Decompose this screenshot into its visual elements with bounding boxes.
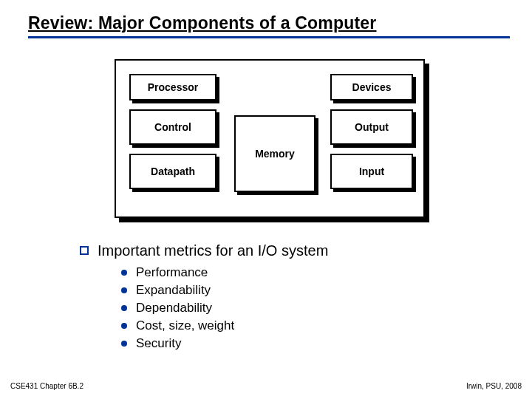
sub-bullet-text: Performance xyxy=(136,265,208,280)
memory-box: Memory xyxy=(234,115,316,192)
footer-right: Irwin, PSU, 2008 xyxy=(466,382,522,390)
disc-bullet-icon xyxy=(121,323,127,329)
sub-bullet-text: Expandability xyxy=(136,283,211,298)
sub-bullet-text: Security xyxy=(136,336,181,351)
components-diagram: Processor Control Datapath Memory Device… xyxy=(115,59,425,218)
square-bullet-icon xyxy=(80,246,89,255)
input-box: Input xyxy=(330,154,413,189)
disc-bullet-icon xyxy=(121,287,127,293)
bullet-section: Important metrics for an I/O system Perf… xyxy=(80,242,464,354)
footer-left: CSE431 Chapter 6B.2 xyxy=(10,382,83,390)
slide-title: Review: Major Components of a Computer xyxy=(28,13,510,38)
devices-header-box: Devices xyxy=(330,74,413,100)
disc-bullet-icon xyxy=(121,341,127,347)
control-box: Control xyxy=(129,109,216,145)
list-item: Dependability xyxy=(121,301,464,316)
main-bullet-text: Important metrics for an I/O system xyxy=(98,242,328,259)
sub-bullet-text: Dependability xyxy=(136,301,212,316)
list-item: Security xyxy=(121,336,464,351)
disc-bullet-icon xyxy=(121,270,127,276)
disc-bullet-icon xyxy=(121,305,127,311)
processor-header-box: Processor xyxy=(129,74,216,100)
datapath-box: Datapath xyxy=(129,154,216,189)
list-item: Cost, size, weight xyxy=(121,318,464,333)
sub-bullet-text: Cost, size, weight xyxy=(136,318,234,333)
list-item: Expandability xyxy=(121,283,464,298)
output-box: Output xyxy=(330,109,413,145)
list-item: Performance xyxy=(121,265,464,280)
list-item: Important metrics for an I/O system xyxy=(80,242,464,259)
